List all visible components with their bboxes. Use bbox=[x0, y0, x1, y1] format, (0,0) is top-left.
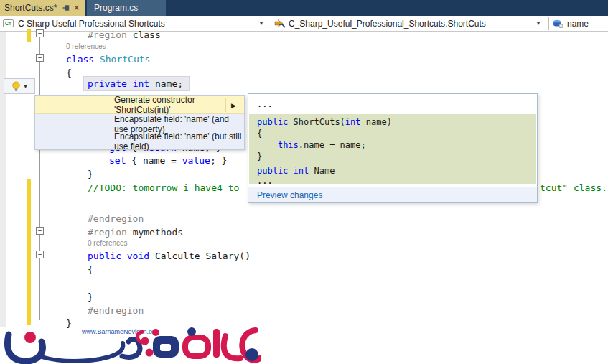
code-line[interactable]: set { name = value; } bbox=[109, 154, 227, 167]
menu-item-encapsulate-property[interactable]: Encapsulate field: 'name' (and use prope… bbox=[35, 115, 244, 133]
preview-code-line: { bbox=[257, 128, 262, 139]
collapse-region-mymethods[interactable]: − bbox=[36, 227, 44, 235]
outline-guide-line bbox=[39, 37, 40, 320]
private-field-icon bbox=[553, 19, 563, 28]
preview-code-line: public ShortCuts(int name) bbox=[257, 116, 392, 128]
code-line[interactable]: tcut" class. bbox=[540, 181, 607, 195]
barname-nevisan-logo: www.BarnameNevisan.org bbox=[1, 325, 261, 364]
menu-item-label: Encapsulate field: 'name' (but still use… bbox=[114, 131, 244, 151]
code-line[interactable]: #region mymethods bbox=[88, 225, 183, 239]
code-line[interactable]: #region class bbox=[88, 28, 161, 42]
collapse-region-class[interactable]: − bbox=[36, 29, 44, 37]
quick-actions-menu: Generate constructor 'ShortCuts(int)' ▶ … bbox=[34, 95, 245, 150]
preview-changes-link[interactable]: Preview changes bbox=[257, 190, 322, 200]
code-line[interactable]: } bbox=[88, 290, 93, 304]
vs-editor-window: ShortCuts.cs* × Program.cs C# C Sharp Us… bbox=[0, 0, 608, 364]
code-line[interactable]: #endregion bbox=[88, 212, 144, 225]
close-icon[interactable]: × bbox=[74, 3, 79, 13]
code-line[interactable]: { bbox=[88, 263, 93, 276]
menu-item-label: Generate constructor 'ShortCuts(int)' bbox=[114, 95, 244, 115]
preview-code-line: this.name = name; bbox=[257, 139, 366, 151]
code-line[interactable]: public void Calculte_Salary() bbox=[88, 249, 251, 263]
code-line[interactable]: private int name; bbox=[88, 77, 183, 90]
navbar-separator bbox=[548, 17, 549, 30]
tab-shortcuts-cs[interactable]: ShortCuts.cs* × bbox=[0, 0, 85, 16]
member-dropdown[interactable]: name bbox=[553, 16, 607, 31]
code-preview-popup: ... public ShortCuts(int name) { this.na… bbox=[248, 93, 538, 203]
change-bar bbox=[27, 179, 31, 325]
document-tab-bar: ShortCuts.cs* × Program.cs bbox=[0, 0, 608, 16]
type-dropdown-label: C_Sharp_Useful_Professional_Shortcuts.Sh… bbox=[289, 19, 486, 29]
logo-url-text: www.BarnameNevisan.org bbox=[81, 328, 158, 335]
ellipsis: ... bbox=[257, 175, 273, 187]
preview-code-line: } bbox=[257, 151, 262, 162]
submenu-arrow-icon[interactable]: ▶ bbox=[225, 98, 241, 112]
quick-actions-button[interactable]: ▾ bbox=[4, 78, 35, 94]
collapse-method[interactable]: − bbox=[36, 251, 44, 258]
tab-program-cs[interactable]: Program.cs bbox=[87, 0, 166, 16]
tab-label: ShortCuts.cs* bbox=[4, 3, 57, 13]
preview-changes-bar: Preview changes bbox=[248, 187, 537, 202]
chevron-down-icon: ▾ bbox=[537, 20, 540, 27]
tab-label: Program.cs bbox=[94, 3, 138, 13]
menu-item-generate-constructor[interactable]: Generate constructor 'ShortCuts(int)' ▶ bbox=[35, 96, 244, 114]
codelens-references[interactable]: 0 references bbox=[88, 239, 128, 247]
indicator-margin bbox=[0, 32, 6, 327]
navbar-separator bbox=[271, 17, 271, 30]
collapse-class[interactable]: − bbox=[36, 54, 44, 62]
csharp-project-icon: C# bbox=[3, 19, 14, 27]
class-icon bbox=[274, 19, 285, 28]
pin-icon[interactable] bbox=[62, 4, 70, 11]
member-dropdown-label: name bbox=[567, 19, 589, 29]
lightbulb-icon bbox=[11, 81, 21, 92]
type-dropdown[interactable]: C_Sharp_Useful_Professional_Shortcuts.Sh… bbox=[274, 16, 547, 31]
code-line[interactable]: class ShortCuts bbox=[66, 52, 150, 66]
chevron-down-icon: ▾ bbox=[260, 20, 263, 27]
chevron-down-icon: ▾ bbox=[24, 83, 27, 90]
ellipsis: ... bbox=[257, 98, 273, 110]
project-dropdown-label: C Sharp Useful Professional Shortcuts bbox=[18, 19, 165, 29]
code-line[interactable]: { bbox=[66, 66, 72, 80]
code-line[interactable]: //TODO: tomorrow i have4 to bbox=[88, 181, 239, 195]
change-bar bbox=[27, 29, 31, 42]
code-line[interactable]: #endregion bbox=[88, 304, 144, 317]
codelens-references[interactable]: 0 references bbox=[66, 42, 106, 50]
menu-item-encapsulate-field[interactable]: Encapsulate field: 'name' (but still use… bbox=[35, 132, 244, 150]
code-line[interactable]: } bbox=[88, 167, 93, 181]
